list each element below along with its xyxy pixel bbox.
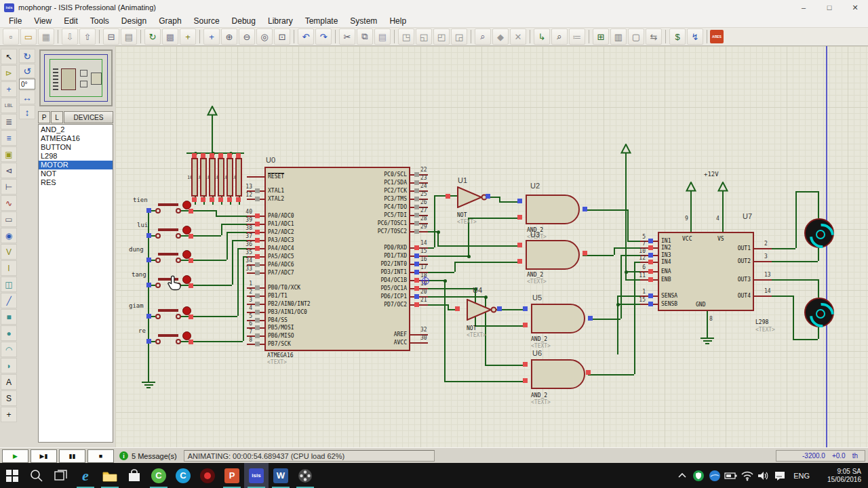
- menu-library[interactable]: Library: [262, 16, 299, 26]
- sidebar-mirror-v-button[interactable]: ↕: [19, 105, 35, 119]
- taskbar-store[interactable]: [122, 463, 146, 488]
- taskbar-media-player[interactable]: [293, 463, 317, 488]
- push-button-giam[interactable]: [158, 309, 178, 312]
- toolbar-paste[interactable]: ▤: [374, 28, 391, 45]
- and-gate-u2[interactable]: [526, 195, 580, 224]
- push-button-re[interactable]: [158, 334, 178, 337]
- tool-line-2d[interactable]: ╱: [1, 293, 17, 308]
- toolbar-redraw[interactable]: ↻: [144, 28, 161, 45]
- schematic-overview[interactable]: [39, 49, 113, 106]
- toolbar-bill-of-materials[interactable]: $: [669, 28, 686, 45]
- menu-template[interactable]: Template: [299, 16, 344, 26]
- toolbar-wire-autorouter[interactable]: ↳: [534, 28, 550, 45]
- tool-tape-recorder-mode[interactable]: ▭: [1, 211, 17, 227]
- toolbar-goto-sheet[interactable]: ⇆: [646, 28, 662, 45]
- toolbar-pick-parts[interactable]: ⌕: [475, 28, 491, 45]
- taskbar-search[interactable]: [24, 463, 49, 488]
- toolbar-netlist-to-ares[interactable]: ARES: [710, 30, 724, 43]
- menu-system[interactable]: System: [344, 16, 383, 26]
- menu-file[interactable]: File: [3, 16, 28, 26]
- toolbar-new-design[interactable]: ▫: [3, 28, 19, 45]
- device-item-motor[interactable]: MOTOR: [39, 161, 113, 169]
- taskbar-task-view[interactable]: [49, 463, 73, 488]
- taskbar-start[interactable]: [0, 463, 24, 488]
- taskbar-edge[interactable]: e: [73, 463, 98, 488]
- restore-button[interactable]: □: [816, 0, 842, 15]
- toolbar-zoom-all[interactable]: ◎: [256, 28, 273, 45]
- tool-terminal-mode[interactable]: ⊲: [1, 163, 17, 178]
- dc-motor[interactable]: [804, 218, 834, 248]
- tool-current-probe-mode[interactable]: I: [1, 260, 17, 276]
- sidebar-rotate-ccw-button[interactable]: ↺: [19, 64, 35, 78]
- toolbar-block-copy[interactable]: ◳: [398, 28, 414, 45]
- tool-text-2d[interactable]: A: [1, 374, 17, 390]
- toolbar-new-sheet[interactable]: ▥: [610, 28, 627, 45]
- close-button[interactable]: ✕: [842, 0, 868, 15]
- device-item-not[interactable]: NOT: [39, 169, 113, 178]
- tool-subcircuit-mode[interactable]: ▣: [1, 146, 17, 162]
- toolbar-zoom-area[interactable]: ⊡: [274, 28, 290, 45]
- tool-path-2d[interactable]: ◗: [1, 358, 17, 373]
- toolbar-mark-output-area[interactable]: ▤: [121, 28, 137, 45]
- dc-motor[interactable]: [804, 298, 834, 327]
- and-gate-u3[interactable]: [526, 240, 580, 270]
- toolbar-undo[interactable]: ↶: [298, 28, 314, 45]
- driver-u7-body[interactable]: [658, 232, 754, 311]
- toolbar-copy[interactable]: ⧉: [357, 28, 373, 45]
- toolbar-block-rotate[interactable]: ◰: [433, 28, 450, 45]
- notifications-icon[interactable]: [772, 463, 788, 488]
- toolbar-origin[interactable]: +: [180, 28, 196, 45]
- sidebar-rotate-cw-button[interactable]: ↻: [19, 49, 35, 63]
- language-indicator[interactable]: ENG: [788, 472, 815, 480]
- toolbar-zoom-out[interactable]: ⊖: [239, 28, 255, 45]
- sim-step-button[interactable]: ▶▮: [31, 449, 57, 463]
- taskbar-coc-coc-browser[interactable]: C: [146, 463, 171, 488]
- toolbar-design-explorer[interactable]: ⊞: [593, 28, 609, 45]
- toolbar-toggle-grid[interactable]: ▩: [162, 28, 178, 45]
- device-item-l298[interactable]: L298: [39, 152, 113, 161]
- not-gate-u4[interactable]: [467, 299, 498, 323]
- menu-edit[interactable]: Edit: [58, 16, 84, 26]
- toolbar-decompose[interactable]: ✕: [510, 28, 526, 45]
- device-item-atmega16[interactable]: ATMEGA16: [39, 134, 113, 143]
- clock[interactable]: 9:05 SA 15/06/2016: [815, 468, 868, 484]
- toolbar-make-device[interactable]: ◆: [492, 28, 509, 45]
- pullup-resistor[interactable]: [209, 158, 216, 197]
- volume-icon[interactable]: [755, 463, 772, 488]
- push-button-lui[interactable]: [158, 228, 178, 231]
- and-gate-u5[interactable]: [531, 304, 585, 333]
- tool-component-mode[interactable]: ⊳: [1, 65, 17, 81]
- sim-pause-button[interactable]: ▮▮: [59, 449, 85, 463]
- tool-symbol-2d[interactable]: S: [1, 390, 17, 406]
- pullup-resistor[interactable]: [226, 158, 233, 197]
- toolbar-cut[interactable]: ✂: [339, 28, 355, 45]
- pullup-resistor[interactable]: [218, 158, 224, 197]
- toolbar-block-move[interactable]: ◱: [416, 28, 432, 45]
- library-button[interactable]: L: [51, 111, 63, 123]
- toolbar-electrical-rule-check[interactable]: ↯: [687, 28, 703, 45]
- menu-help[interactable]: Help: [383, 16, 412, 26]
- device-item-button[interactable]: BUTTON: [39, 143, 113, 152]
- taskbar-word[interactable]: W: [269, 463, 293, 488]
- toolbar-export-section[interactable]: ⇧: [79, 28, 96, 45]
- tray-expand-icon[interactable]: [674, 463, 690, 488]
- menu-source[interactable]: Source: [188, 16, 226, 26]
- toolbar-print[interactable]: ⊟: [103, 28, 119, 45]
- taskbar-blue-app[interactable]: C: [171, 463, 195, 488]
- message-count[interactable]: 5 Message(s): [132, 452, 177, 460]
- toolbar-import-section[interactable]: ⇩: [62, 28, 78, 45]
- toolbar-open-design[interactable]: ▭: [20, 28, 37, 45]
- tool-generator-mode[interactable]: ◉: [1, 228, 17, 243]
- minimize-button[interactable]: –: [791, 0, 816, 15]
- toolbar-pan[interactable]: +: [203, 28, 220, 45]
- device-item-and_2[interactable]: AND_2: [39, 125, 113, 134]
- menu-design[interactable]: Design: [115, 16, 153, 26]
- tool-graph-mode[interactable]: ∿: [1, 195, 17, 211]
- sim-stop-button[interactable]: ■: [87, 449, 114, 463]
- taskbar-powerpoint[interactable]: P: [220, 463, 244, 488]
- menu-debug[interactable]: Debug: [226, 16, 262, 26]
- tool-box-2d[interactable]: ■: [1, 309, 17, 325]
- tool-bus-mode[interactable]: ≡: [1, 130, 17, 146]
- push-button-dung[interactable]: [158, 253, 178, 256]
- antivirus-icon[interactable]: [690, 463, 707, 488]
